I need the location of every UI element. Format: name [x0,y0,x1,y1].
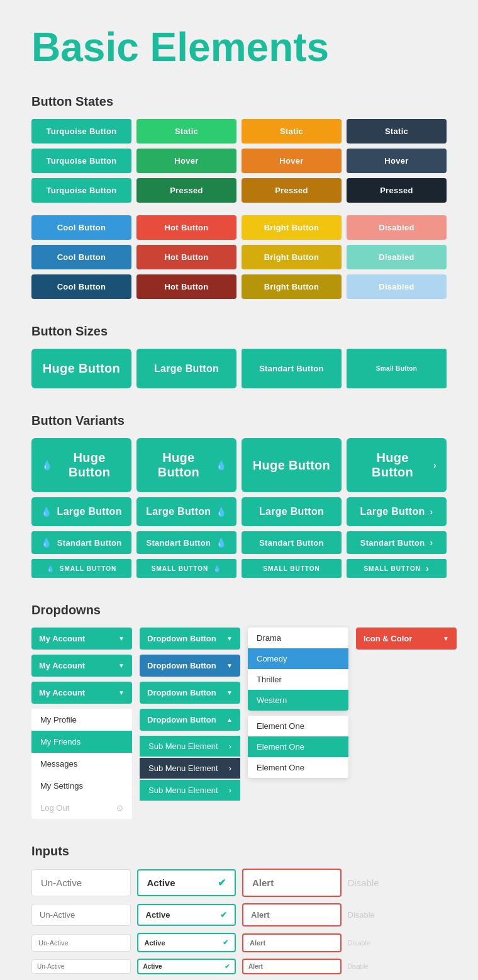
dropdowns-section: Dropdowns My Account ▼ My Account ▼ My A… [31,603,447,819]
profile-item-messages[interactable]: Messages [31,753,132,775]
orange-button-hover[interactable]: Hover [242,149,342,173]
input-alert-3[interactable] [242,933,342,952]
disabled-button-red: Disabled [347,215,447,240]
menu-item-thriller[interactable]: Thriller [248,669,348,690]
bright-button-pressed[interactable]: Bright Button [242,274,342,299]
profile-item-friends[interactable]: My Friends [31,731,132,753]
variant-standard-icon-left[interactable]: 💧 Standart Button [31,531,131,554]
input-active-3[interactable]: Active ✔ [137,933,236,952]
variant-standard-chevron[interactable]: Standart Button › [347,531,447,554]
my-account-dropdown-3[interactable]: My Account ▼ [31,682,132,704]
sub-menu-item-1[interactable]: Sub Menu Element › [140,736,240,757]
chevron-right-icon: › [426,563,430,573]
dark-button-hover[interactable]: Hover [347,149,447,173]
my-account-dropdown-1[interactable]: My Account ▼ [31,628,132,650]
dropdown-btn-open[interactable]: Dropdown Button ▲ [140,709,240,731]
page-title: Basic Elements [31,25,447,69]
input-active-4[interactable]: Active ✔ [137,959,236,974]
chevron-down-icon: ▼ [443,635,449,642]
dropdown-btn-3[interactable]: Dropdown Button ▼ [140,682,240,704]
input-active-2[interactable]: Active ✔ [137,904,236,926]
sub-menu-item-3[interactable]: Sub Menu Element › [140,780,240,801]
button-variants-title: Button Variants [31,414,447,428]
chevron-right-icon: › [433,460,436,470]
hot-button-static[interactable]: Hot Button [136,215,236,240]
variant-huge-icon-left[interactable]: 💧 Huge Button [31,438,131,492]
variant-huge-plain[interactable]: Huge Button [242,438,342,492]
check-icon: ✔ [225,963,230,970]
menu-list: Drama Comedy Thriller Western [248,628,348,711]
input-alert-2[interactable] [242,903,342,926]
dark-button-static[interactable]: Static [347,119,447,144]
variant-small-chevron[interactable]: SMALL BUTTON › [347,559,447,578]
profile-item-profile[interactable]: My Profile [31,709,132,731]
variant-standard-plain[interactable]: Standart Button [242,531,342,554]
input-unactive-2[interactable] [31,904,131,926]
sub-elements-list: Element One Element One Element One [248,716,348,778]
variant-small-plain[interactable]: SMALL BUTTON [242,559,342,578]
hot-button-pressed[interactable]: Hot Button [136,274,236,299]
chevron-down-icon: ▼ [226,635,233,642]
variant-small-icon-left[interactable]: 💧 SMALL BUTTON [31,559,131,578]
input-alert-1[interactable] [242,869,342,897]
input-alert-4[interactable] [242,959,342,974]
my-account-dropdown-2[interactable]: My Account ▼ [31,655,132,677]
bright-button-static[interactable]: Bright Button [242,215,342,240]
drop-icon: 💧 [41,538,52,548]
menu-item-comedy[interactable]: Comedy [248,648,348,669]
sub-element-3[interactable]: Element One [248,757,348,778]
small-button[interactable]: Small Button [347,349,447,388]
orange-button-static[interactable]: Static [242,119,342,144]
orange-button-pressed[interactable]: Pressed [242,178,342,203]
input-row-1: Active ✔ Disable [31,869,447,897]
check-icon: ✔ [223,938,228,947]
chevron-down-icon: ▼ [118,635,125,642]
dropdowns-title: Dropdowns [31,603,447,617]
green-button-pressed[interactable]: Pressed [136,178,236,203]
green-button-hover[interactable]: Hover [136,149,236,173]
turquoise-button-static[interactable]: Turquoise Button [31,119,131,144]
input-unactive-3[interactable] [31,934,131,952]
standard-button[interactable]: Standart Button [242,349,342,388]
dropdown-btn-2[interactable]: Dropdown Button ▼ [140,655,240,677]
profile-item-settings[interactable]: My Settings [31,775,132,797]
variant-huge-chevron[interactable]: Huge Button › [347,438,447,492]
cool-button-static[interactable]: Cool Button [31,215,131,240]
turquoise-button-hover[interactable]: Turquoise Button [31,149,131,173]
inputs-grid: Active ✔ Disable Active ✔ Disable Active… [31,869,447,974]
button-variants-section: Button Variants 💧 Huge Button Huge Butto… [31,414,447,578]
variant-large-plain[interactable]: Large Button [242,497,342,526]
drop-icon-right: 💧 [216,507,226,517]
cool-button-hover[interactable]: Cool Button [31,245,131,269]
sub-menu-item-2[interactable]: Sub Menu Element › [140,758,240,779]
bright-button-hover[interactable]: Bright Button [242,245,342,269]
chevron-right-icon: › [430,507,433,517]
input-active-1[interactable]: Active ✔ [137,869,236,896]
check-icon: ✔ [218,877,226,889]
input-unactive-4[interactable] [31,959,131,974]
disabled-button-blue: Disabled [347,274,447,299]
menu-item-western[interactable]: Western [248,690,348,711]
variant-standard-icon-right[interactable]: Standart Button 💧 [136,531,236,554]
cool-button-pressed[interactable]: Cool Button [31,274,131,299]
turquoise-button-pressed[interactable]: Turquoise Button [31,178,131,203]
variant-huge-icon-right[interactable]: Huge Button 💧 [136,438,236,492]
hot-button-hover[interactable]: Hot Button [136,245,236,269]
input-row-3: Active ✔ Disable [31,933,447,952]
variant-small-icon-right[interactable]: SMALL BUTTON 💧 [136,559,236,578]
dropdown-btn-1[interactable]: Dropdown Button ▼ [140,628,240,650]
dark-button-pressed[interactable]: Pressed [347,178,447,203]
sub-element-2[interactable]: Element One [248,736,348,757]
menu-item-drama[interactable]: Drama [248,628,348,648]
variant-large-chevron[interactable]: Large Button › [347,497,447,526]
green-button-static[interactable]: Static [136,119,236,144]
input-unactive-1[interactable] [31,869,131,896]
profile-item-logout[interactable]: Log Out ⊙ [31,797,132,819]
huge-button[interactable]: Huge Button [31,349,131,388]
chevron-down-icon: ▼ [226,689,233,696]
variant-large-icon-right[interactable]: Large Button 💧 [136,497,236,526]
icon-color-dropdown[interactable]: Icon & Color ▼ [356,628,457,650]
large-button[interactable]: Large Button [136,349,236,388]
sub-element-1[interactable]: Element One [248,716,348,736]
variant-large-icon-left[interactable]: 💧 Large Button [31,497,131,526]
